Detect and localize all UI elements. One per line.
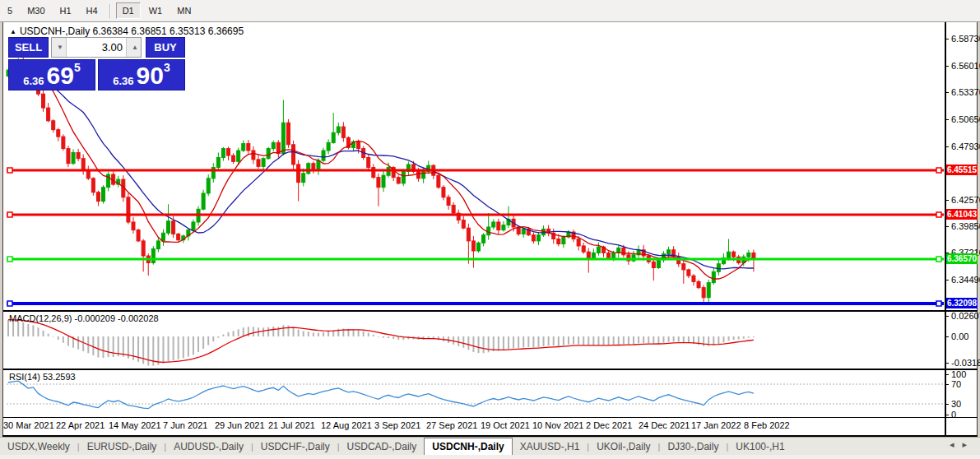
price-tick-label: 6.56010 <box>951 61 980 71</box>
candle-body <box>612 253 615 257</box>
candle-body <box>582 246 585 252</box>
line-anchor-handle <box>7 257 12 262</box>
candle-body <box>267 149 270 159</box>
date-axis-label: 30 Mar 2021 <box>3 420 54 430</box>
candle-body <box>52 121 55 130</box>
axis-tick-mark <box>945 119 949 120</box>
line-anchor-handle <box>936 301 941 306</box>
ma-fast-line <box>8 65 754 279</box>
candle-body <box>257 160 260 166</box>
tab-eurusd-daily[interactable]: EURUSD-,Daily <box>80 438 165 455</box>
price-tick-label: 6.42570 <box>951 195 980 205</box>
candle-body <box>532 235 535 241</box>
candle-body <box>682 264 685 270</box>
price-tick-label: 6.58730 <box>951 34 980 44</box>
tab-xauusd-h1[interactable]: XAUUSD-,H1 <box>513 438 588 455</box>
candle-body <box>597 247 600 253</box>
candle-body <box>727 252 731 257</box>
candle-body <box>732 252 736 257</box>
line-anchor-handle <box>7 212 12 217</box>
candle-body <box>692 276 695 281</box>
buy-button[interactable]: BUY <box>146 37 185 58</box>
candle-body <box>372 168 375 178</box>
tab-scroll-left-icon[interactable]: ◂ <box>950 439 963 449</box>
price-level-badge: 6.32098 <box>946 298 978 308</box>
date-axis-label: 2 Dec 2021 <box>586 420 632 430</box>
candle-body <box>482 235 485 243</box>
price-tick-label: 6.50650 <box>951 114 980 124</box>
price-tick-label: 6.39850 <box>951 221 980 231</box>
tab-usdcad-daily[interactable]: USDCAD-,Daily <box>340 438 425 455</box>
candle-body <box>442 188 445 197</box>
candle-body <box>447 197 450 206</box>
candle-body <box>62 137 65 148</box>
line-anchor-handle <box>936 257 941 262</box>
volume-decrease-icon[interactable]: ▼ <box>52 38 67 57</box>
candle-body <box>207 178 210 193</box>
timeframe-m30[interactable]: M30 <box>21 2 51 19</box>
tab-usdx-weekly[interactable]: USDX,Weekly <box>0 438 77 455</box>
timeframe-d1[interactable]: D1 <box>116 2 141 19</box>
chart-title: ▲USDCNH-,Daily 6.36384 6.36851 6.35313 6… <box>10 26 244 37</box>
volume-increase-icon[interactable]: ▲ <box>126 38 141 57</box>
tab-usdcnh-daily[interactable]: USDCNH-,Daily <box>424 438 512 456</box>
tab-scroll-arrows: ◂▸ <box>950 439 975 450</box>
candle-body <box>657 260 660 268</box>
pane-divider-macd[interactable] <box>3 310 978 312</box>
candle-body <box>322 151 325 160</box>
timeframe-w1[interactable]: W1 <box>142 2 170 19</box>
candle-body <box>227 149 230 155</box>
candle-body <box>697 281 700 287</box>
candle-body <box>262 159 265 167</box>
timeframe-5[interactable]: 5 <box>1 2 19 19</box>
tab-uk100-h1[interactable]: UK100-,H1 <box>728 438 792 455</box>
candle-body <box>57 130 60 137</box>
buy-price-pip: 3 <box>164 62 170 73</box>
candle-body <box>221 149 225 158</box>
timeframe-h4[interactable]: H4 <box>80 2 105 19</box>
candle-body <box>477 243 481 251</box>
candle-body <box>577 239 580 245</box>
candle-body <box>712 271 715 282</box>
timeframe-h1[interactable]: H1 <box>53 2 78 19</box>
candle-body <box>607 253 611 257</box>
candle-body <box>252 151 255 160</box>
collapse-panel-icon[interactable]: ▲ <box>10 28 16 35</box>
macd-label: MACD(12,26,9) -0.000209 -0.002028 <box>9 313 159 323</box>
candle-body <box>307 164 310 174</box>
candle-body <box>317 160 320 170</box>
tab-scroll-right-icon[interactable]: ▸ <box>962 439 975 449</box>
candle-body <box>137 230 140 241</box>
candle-body <box>702 288 705 298</box>
sell-price-display[interactable]: 6.36 69 5 <box>8 59 95 90</box>
line-anchor-handle <box>7 301 12 306</box>
tab-dj30-daily[interactable]: DJ30-,Daily <box>660 438 726 455</box>
volume-input[interactable] <box>67 38 126 57</box>
candle-body <box>247 144 250 151</box>
sell-button[interactable]: SELL <box>8 37 49 58</box>
pane-divider-rsi[interactable] <box>3 369 978 370</box>
candle-body <box>156 241 160 249</box>
tab-audusd-daily[interactable]: AUDUSD-,Daily <box>166 438 251 455</box>
macd-axis-label: 0.00 <box>951 332 968 341</box>
tab-ukoil-daily[interactable]: UKOil-,Daily <box>589 438 657 455</box>
axis-tick-mark <box>945 363 949 364</box>
sell-price-pip: 5 <box>74 62 81 73</box>
tab-usdchf-daily[interactable]: USDCHF-,Daily <box>253 438 337 455</box>
price-tick-label: 6.47930 <box>951 141 980 151</box>
candle-body <box>177 234 180 239</box>
candle-body <box>237 151 240 161</box>
timeframe-mn[interactable]: MN <box>170 2 197 19</box>
candle-body <box>337 127 340 132</box>
buy-price-display[interactable]: 6.36 90 3 <box>98 59 185 90</box>
candle-body <box>382 175 385 187</box>
price-level-badge: 6.41043 <box>946 209 978 220</box>
candle-body <box>167 221 170 233</box>
candle-body <box>747 253 750 257</box>
candle-body <box>286 123 290 145</box>
axis-tick-mark <box>945 39 949 39</box>
trading-platform-window: 5M30H1H4D1W1MN ▲USDCNH-,Daily 6.36384 6.… <box>0 0 980 459</box>
candle-body <box>437 175 440 187</box>
candle-body <box>397 178 400 183</box>
candle-body <box>536 235 540 241</box>
